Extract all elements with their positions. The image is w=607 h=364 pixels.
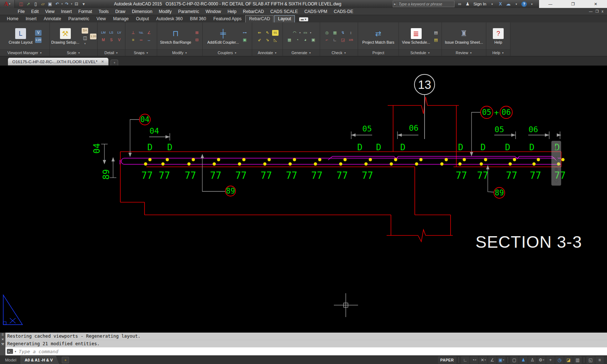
osnap-tracking-toggle[interactable]: ∠ — [488, 356, 496, 364]
mdi-close-button[interactable]: x — [602, 9, 603, 13]
bar-mark-label[interactable]: 77 — [530, 170, 541, 181]
generate-region-icon[interactable]: ▣ — [310, 37, 317, 43]
panel-label-generate[interactable]: Generate▼ — [283, 49, 320, 56]
menu-dimension[interactable]: Dimension — [129, 9, 156, 14]
generate-fan-icon[interactable]: ◔ — [294, 37, 301, 43]
rebar-section-dot[interactable] — [537, 158, 540, 161]
rebar-hook[interactable] — [121, 158, 125, 164]
menu-draw[interactable]: Draw — [112, 9, 129, 14]
mdi-restore-button[interactable]: ❐ — [595, 9, 599, 13]
command-input[interactable] — [18, 348, 607, 355]
menu-cads-vpm[interactable]: CADS-VPM — [301, 9, 330, 14]
new-file-icon[interactable]: ▯ — [32, 1, 39, 7]
drawing-canvas[interactable]: 777777777777777777777777777777DDDDDDDDDD… — [0, 66, 607, 333]
command-drag-handle-icon[interactable]: ⠿ — [1, 333, 4, 337]
dimension-text[interactable]: 05 — [362, 124, 372, 133]
rebar-section-dot[interactable] — [509, 162, 512, 166]
redo-icon[interactable]: ↷ — [64, 1, 70, 7]
dimension-arrowhead[interactable] — [103, 160, 106, 164]
snap-dots-icon[interactable]: ••• — [138, 37, 145, 43]
bar-diameter-label[interactable]: D — [529, 142, 534, 152]
panel-label-couplers[interactable]: Couplers▼ — [203, 49, 252, 56]
dropdown-arrow-icon[interactable]: ▾ — [513, 1, 520, 7]
search-input[interactable] — [397, 1, 454, 6]
annotate-leader-left-icon[interactable]: ⇙ — [256, 37, 263, 43]
menu-parametric[interactable]: Parametric — [175, 9, 202, 14]
rebar-section-dot[interactable] — [263, 162, 267, 166]
bar-mark-bubble-text[interactable]: 06 — [501, 108, 511, 117]
dropdown-arrow-icon[interactable]: ▾ — [310, 31, 311, 34]
scale-1-20-icon[interactable]: 1:20 — [90, 34, 96, 39]
annotation-visibility-toggle[interactable]: ▢ — [510, 356, 518, 364]
coupler-box-icon[interactable]: ▣ — [241, 37, 248, 43]
bar-diameter-label[interactable]: D — [147, 142, 152, 152]
rebar-section-dot[interactable] — [192, 158, 195, 161]
bar-diameter-label[interactable]: D — [400, 142, 405, 152]
rebar-section-dot[interactable] — [318, 158, 322, 161]
grid-display-toggle[interactable]: ∟ — [461, 356, 469, 364]
tab-home[interactable]: Home — [4, 16, 22, 22]
qat-menu-icon[interactable]: ▾ — [80, 1, 87, 7]
menu-format[interactable]: Format — [75, 9, 95, 14]
leader-line[interactable] — [488, 169, 494, 192]
detail-ls-icon[interactable]: LS — [108, 30, 115, 36]
check-pour-icon[interactable]: ◎ — [324, 30, 330, 36]
rebar-section-dot[interactable] — [484, 158, 487, 161]
tab-manage[interactable]: Manage — [110, 16, 132, 22]
bar-mark-label[interactable]: 77 — [141, 170, 152, 181]
detail-lv-icon[interactable]: LV — [116, 30, 122, 36]
ribbon-button-view-schedule[interactable]: ≣View Schedule... — [401, 28, 431, 44]
leader-arrowhead[interactable] — [129, 153, 132, 157]
undo-icon[interactable]: ↶ — [54, 1, 61, 7]
bar-mark-label[interactable]: 77 — [261, 170, 272, 181]
bar-mark-label[interactable]: 77 — [311, 170, 322, 181]
ribbon-button-help[interactable]: ?Help — [492, 28, 504, 44]
rebar-section-dot[interactable] — [242, 158, 246, 161]
snap-cover-icon[interactable]: ⊥ — [130, 30, 137, 36]
panel-label-schedule[interactable]: Schedule▼ — [399, 49, 442, 56]
panel-label-detail[interactable]: Detail▼ — [98, 49, 125, 56]
create-layout-icon[interactable]: L — [15, 28, 26, 39]
ribbon-button-create-layout[interactable]: LCreate Layout — [8, 28, 33, 44]
dimension-text-rotated[interactable]: 89 — [101, 169, 111, 180]
new-document-tab-button[interactable]: + — [111, 60, 118, 65]
rebar-section-dot[interactable] — [419, 158, 423, 161]
panel-label-viewport-manager[interactable]: Viewport Manager▼ — [0, 49, 49, 56]
rebar-section-dot[interactable] — [463, 158, 466, 161]
generate-slab-icon[interactable]: ▭ — [302, 30, 309, 36]
annotation-autoscale-toggle[interactable]: ♟ — [519, 356, 528, 364]
layout-tab-active[interactable]: A0 & A1 -H & V — [21, 356, 59, 364]
drawing-setup-icon[interactable]: ⚒ — [60, 28, 71, 39]
detail-lm-icon[interactable]: LM — [100, 30, 107, 36]
annotate-leader-dot-icon[interactable]: ⇘ — [264, 37, 271, 43]
project-match-icon[interactable]: ⇄ — [373, 28, 384, 39]
break-line[interactable] — [418, 230, 426, 242]
tab-annotate[interactable]: Annotate — [40, 16, 64, 22]
generate-arc-icon[interactable]: ◕ — [302, 37, 309, 43]
new-layout-button[interactable]: + — [62, 357, 69, 363]
snap-rotate-icon[interactable]: ∠ — [146, 30, 152, 36]
generate-schedule-icon[interactable]: ▦ — [286, 37, 293, 43]
bar-mark-bubble-text[interactable]: 05 — [482, 108, 491, 117]
assign-scale-icon[interactable]: ◫ — [82, 35, 88, 41]
ribbon-collapse-button[interactable]: ▬▾ — [299, 17, 308, 21]
panel-label-help[interactable]: Help▼ — [486, 49, 510, 56]
panel-label-scale[interactable]: Scale▼ — [50, 49, 97, 56]
rebar-section-dot[interactable] — [238, 162, 241, 166]
ribbon-button-add-edit-coupler[interactable]: ╪Add/Edit Coupler... — [207, 28, 240, 44]
rebar-section-dot[interactable] — [369, 158, 372, 161]
stretch-bar-icon[interactable]: ⊓ — [170, 28, 181, 39]
tab-parametric[interactable]: Parametric — [65, 16, 92, 22]
schedule-auto-icon[interactable]: ▤ — [433, 37, 439, 43]
graphics-performance-toggle[interactable]: ◪ — [564, 356, 573, 364]
check-dim-icon[interactable]: ↕ — [348, 30, 354, 36]
tab-insert[interactable]: Insert — [22, 16, 40, 22]
ribbon-button-stretch-bar-range[interactable]: ⊓Stretch Bar/Range — [159, 28, 192, 44]
annotate-label-left-icon[interactable]: ⇐ — [256, 30, 263, 36]
signin-person-icon[interactable]: ♟ — [464, 1, 471, 7]
rebar-section-dot[interactable] — [394, 158, 397, 161]
tab-rebarcad[interactable]: RebarCAD — [245, 15, 274, 22]
dropdown-arrow-icon[interactable]: ▾ — [61, 3, 63, 5]
menu-help[interactable]: Help — [224, 9, 240, 14]
snap-range-icon[interactable]: ↔ — [146, 37, 152, 43]
